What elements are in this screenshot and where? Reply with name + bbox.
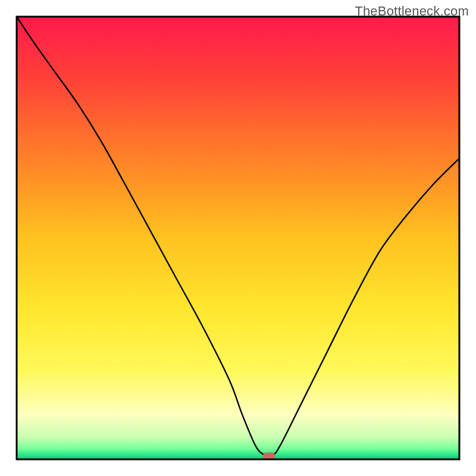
optimal-marker	[263, 453, 275, 459]
plot-background	[17, 17, 459, 459]
bottleneck-chart	[0, 0, 476, 476]
chart-container: TheBottleneck.com	[0, 0, 476, 476]
watermark-text: TheBottleneck.com	[355, 4, 469, 19]
